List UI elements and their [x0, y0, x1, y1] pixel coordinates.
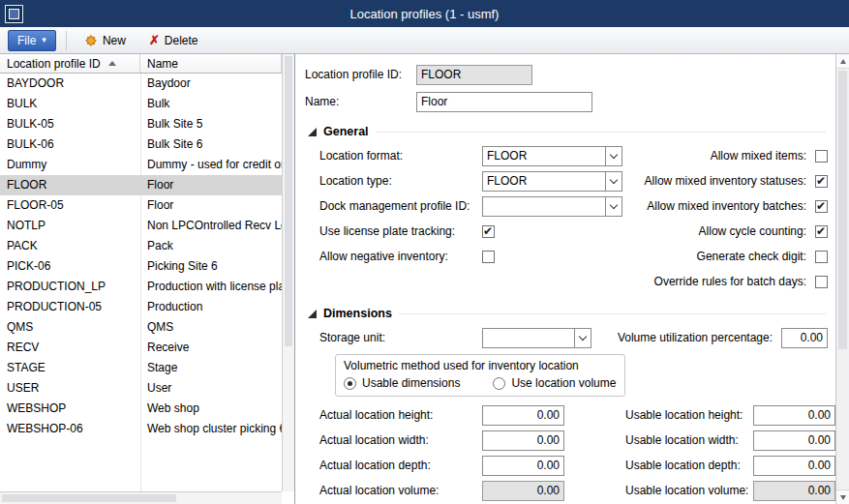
grid-row[interactable]: BULK-05 Bulk Site 5 [0, 114, 282, 134]
actual-height-label: Actual location height: [319, 408, 482, 422]
grid-row[interactable]: BAYDOOR Baydoor [0, 74, 282, 94]
radio-use-location-volume-label: Use location volume [511, 376, 616, 390]
radio-usable-dimensions[interactable]: Usable dimensions [344, 376, 460, 390]
grid-column-header-name[interactable]: Name [140, 54, 282, 73]
window-vertical-scrollbar-thumb[interactable] [838, 71, 847, 349]
grid-row[interactable]: USER User [0, 378, 282, 399]
window-title: Location profiles (1 - usmf) [0, 7, 849, 21]
delete-x-icon: ✗ [149, 34, 160, 46]
location-format-combobox[interactable]: FLOOR [482, 146, 622, 166]
location-format-label: Location format: [319, 149, 482, 163]
dock-profile-combobox[interactable] [482, 196, 622, 217]
grid-row[interactable]: Dummy Dummy - used for credit only [0, 155, 282, 175]
actual-width-label: Actual location width: [319, 433, 482, 447]
new-button[interactable]: New [78, 32, 132, 49]
radio-use-location-volume[interactable]: Use location volume [493, 376, 616, 390]
title-bar: Location profiles (1 - usmf) [0, 0, 849, 27]
grid-row[interactable]: PRODUCTION_LP Production with license pl… [0, 277, 282, 297]
grid-cell-id: PRODUCTION_LP [0, 277, 140, 297]
grid-cell-name: Web shop cluster picking 61 [140, 419, 282, 439]
grid-row[interactable]: QMS QMS [0, 317, 282, 338]
grid-column-header-name-label: Name [147, 57, 178, 71]
location-type-dropdown-button[interactable] [605, 172, 622, 191]
usable-height-field[interactable] [753, 405, 835, 426]
file-menu-button[interactable]: File ▾ [8, 30, 56, 51]
chevron-down-icon [610, 175, 618, 183]
radio-button-icon[interactable] [344, 377, 356, 390]
grid-cell-name: QMS [140, 317, 282, 338]
grid-row[interactable]: BULK Bulk [0, 94, 282, 114]
section-header-general[interactable]: General [308, 124, 826, 139]
actual-depth-field[interactable] [482, 456, 564, 476]
section-title-general: General [323, 125, 369, 138]
usable-width-field[interactable] [753, 430, 835, 451]
scrollbar-down-button[interactable] [836, 489, 849, 504]
mixed-items-checkbox[interactable] [815, 150, 828, 163]
delete-button[interactable]: ✗ Delete [143, 32, 204, 49]
actual-volume-label: Actual location volume: [319, 484, 482, 497]
actual-height-field[interactable] [482, 405, 564, 426]
check-digit-label: Generate check digit: [697, 250, 806, 263]
grid-vertical-scrollbar[interactable] [282, 54, 294, 491]
storage-unit-combobox[interactable] [482, 328, 591, 348]
grid-cell-name: Bulk Site 6 [140, 134, 282, 155]
grid-horizontal-scrollbar[interactable] [0, 491, 282, 504]
actual-width-field[interactable] [482, 430, 564, 451]
grid-cell-id: QMS [0, 317, 140, 338]
section-header-dimensions[interactable]: Dimensions [308, 306, 826, 321]
batch-days-checkbox[interactable] [815, 276, 828, 288]
mixed-batches-checkbox[interactable] [815, 200, 828, 213]
grid-cell-id: WEBSHOP-06 [0, 419, 140, 439]
storage-unit-dropdown-button[interactable] [574, 329, 591, 347]
grid-cell-id: BULK-05 [0, 114, 140, 134]
mixed-statuses-label: Allow mixed inventory statuses: [645, 174, 806, 188]
grid-row[interactable]: FLOOR Floor [0, 175, 282, 195]
mixed-statuses-checkbox[interactable] [815, 175, 828, 188]
grid-cell-id: BULK [0, 94, 140, 114]
location-format-dropdown-button[interactable] [605, 147, 622, 165]
dock-profile-label: Dock management profile ID: [319, 199, 482, 213]
location-type-value: FLOOR [483, 172, 605, 191]
cycle-counting-checkbox[interactable] [815, 225, 828, 238]
section-expander-icon [308, 128, 317, 136]
grid-horizontal-scrollbar-thumb[interactable] [2, 494, 176, 502]
name-field[interactable] [416, 92, 592, 112]
license-plate-tracking-label: Use license plate tracking: [319, 224, 482, 238]
grid-row[interactable]: FLOOR-05 Floor [0, 195, 282, 216]
license-plate-tracking-checkbox[interactable] [482, 225, 495, 238]
grid-column-header-id[interactable]: Location profile ID [0, 54, 140, 73]
grid-row[interactable]: STAGE Stage [0, 358, 282, 378]
radio-button-icon[interactable] [493, 377, 505, 390]
usable-volume-label: Usable location volume: [625, 484, 753, 497]
scroll-down-icon [840, 495, 846, 500]
grid-row[interactable]: BULK-06 Bulk Site 6 [0, 134, 282, 155]
grid-cell-name: Picking Site 6 [140, 256, 282, 277]
grid-row[interactable]: RECV Receive [0, 338, 282, 358]
grid-vertical-scrollbar-thumb[interactable] [285, 56, 292, 346]
new-button-label: New [103, 34, 126, 47]
section-expander-icon [308, 310, 317, 318]
grid-row[interactable]: PACK Pack [0, 236, 282, 256]
scrollbar-up-button[interactable] [836, 54, 849, 69]
grid-cell-name: Baydoor [140, 74, 282, 94]
grid-row[interactable]: PICK-06 Picking Site 6 [0, 256, 282, 277]
section-rule [376, 132, 826, 133]
usable-height-label: Usable location height: [625, 408, 753, 422]
grid-row[interactable]: WEBSHOP-06 Web shop cluster picking 61 [0, 419, 282, 439]
actual-volume-field [482, 481, 564, 501]
location-type-combobox[interactable]: FLOOR [482, 171, 622, 192]
usable-depth-label: Usable location depth: [625, 459, 753, 472]
volumetric-method-groupbox: Volumetric method used for inventory loc… [335, 354, 625, 397]
dock-profile-dropdown-button[interactable] [605, 197, 622, 216]
window-vertical-scrollbar[interactable] [835, 54, 849, 504]
grid-cell-name: Stage [140, 358, 282, 378]
grid-row[interactable]: PRODUCTION-05 Production [0, 297, 282, 317]
volume-utilization-field[interactable] [781, 328, 828, 348]
location-format-value: FLOOR [483, 147, 605, 165]
grid-row[interactable]: NOTLP Non LPCOntrolled Recv Loca [0, 216, 282, 236]
grid-cell-id: RECV [0, 338, 140, 358]
grid-row[interactable]: WEBSHOP Web shop [0, 399, 282, 419]
usable-depth-field[interactable] [753, 456, 835, 476]
negative-inventory-checkbox[interactable] [482, 251, 495, 263]
check-digit-checkbox[interactable] [815, 251, 828, 263]
